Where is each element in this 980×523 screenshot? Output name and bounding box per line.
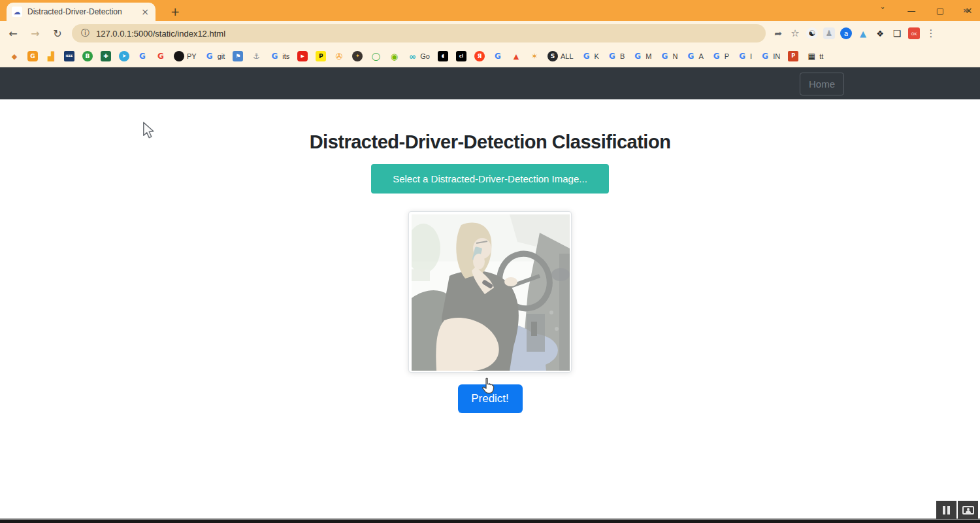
bookmark-label: P bbox=[725, 52, 729, 60]
ieee-bookmark[interactable]: IEEE bbox=[64, 51, 74, 61]
bookmark-favicon-icon: ▦ bbox=[806, 51, 817, 61]
ppt-red-bookmark[interactable]: P bbox=[788, 51, 798, 61]
picture-in-picture-button[interactable] bbox=[958, 501, 978, 519]
analytics-bars-bookmark[interactable]: ▟ bbox=[46, 51, 56, 61]
bookmark-favicon-icon: G bbox=[737, 51, 747, 61]
bookmark-label: B bbox=[620, 52, 625, 60]
bus-tt-bookmark[interactable]: ▦ tt bbox=[806, 51, 823, 61]
bookmark-favicon-icon: ◆ bbox=[9, 51, 20, 61]
matlab-bookmark[interactable]: ▲ bbox=[511, 51, 521, 61]
bookmark-favicon-icon: G bbox=[137, 51, 148, 61]
pause-button[interactable] bbox=[936, 501, 956, 519]
google-n-bookmark[interactable]: G N bbox=[659, 51, 678, 61]
url-text[interactable]: 127.0.0.1:5000/static/index12.html bbox=[96, 29, 225, 39]
yellow-p-bookmark[interactable]: P bbox=[316, 51, 326, 61]
google-a-bookmark[interactable]: G A bbox=[685, 51, 703, 61]
google-bookmark-1[interactable]: G bbox=[137, 51, 148, 61]
bookmark-label: ALL bbox=[561, 52, 574, 60]
bookmark-label: M bbox=[645, 52, 651, 60]
yandex-bookmark[interactable]: Я bbox=[474, 51, 485, 61]
anchor-tool-bookmark[interactable]: ⚓ bbox=[251, 51, 261, 61]
github-py-bookmark[interactable]: PY bbox=[174, 51, 197, 61]
bookmark-favicon-icon: ✚ bbox=[101, 51, 111, 61]
green-ring-bookmark[interactable]: ◯ bbox=[370, 51, 381, 61]
google-bookmark-2[interactable]: G bbox=[155, 51, 166, 61]
window-minimize-button[interactable]: — bbox=[906, 6, 917, 16]
youtube-bookmark[interactable]: ▶ bbox=[297, 51, 308, 61]
back-button[interactable]: ← bbox=[4, 24, 22, 42]
google-in-bookmark[interactable]: G IN bbox=[760, 51, 780, 61]
blue-flag-bookmark[interactable]: ⚑ bbox=[233, 51, 243, 61]
google-i-bookmark[interactable]: G I bbox=[737, 51, 752, 61]
predict-button[interactable]: Predict! bbox=[458, 384, 523, 413]
refresh-button[interactable]: ↻ bbox=[48, 24, 67, 42]
page-navbar: Home bbox=[0, 67, 980, 99]
new-tab-button[interactable]: + bbox=[167, 4, 183, 20]
extensions-puzzle-icon[interactable]: ❖ bbox=[874, 27, 886, 39]
bookmark-favicon-icon: G bbox=[711, 51, 722, 61]
bookmark-favicon-icon: G bbox=[760, 51, 770, 61]
sidebar-panel-icon[interactable]: ❏ bbox=[891, 27, 903, 39]
google-p-bookmark[interactable]: G P bbox=[711, 51, 729, 61]
bookmark-label: A bbox=[698, 52, 703, 60]
green-b-bookmark[interactable]: B bbox=[82, 51, 93, 61]
pause-icon bbox=[943, 506, 945, 515]
google-b-bookmark[interactable]: G B bbox=[607, 51, 625, 61]
bird-black-bookmark[interactable]: ◖ bbox=[438, 51, 448, 61]
dark-cart-bookmark[interactable]: ✦ bbox=[352, 51, 363, 61]
panda-extension-icon[interactable]: ☯ bbox=[806, 27, 818, 39]
toolbar-extensions-area: ➦ ☆ ☯ ♟ a ▲ ❖ ❏ OK ⋮ bbox=[772, 27, 937, 39]
red-badge-extension-icon[interactable]: OK bbox=[908, 27, 920, 39]
bookmark-star-icon[interactable]: ☆ bbox=[789, 27, 801, 39]
bookmark-favicon-icon: G bbox=[581, 51, 592, 61]
bookmark-favicon-icon: G bbox=[493, 51, 503, 61]
bookmark-favicon-icon bbox=[174, 51, 184, 61]
menu-kebab-icon[interactable]: ⋮ bbox=[925, 27, 937, 39]
bookmark-label: N bbox=[672, 52, 678, 60]
bookmark-favicon-icon: cl bbox=[456, 51, 466, 61]
video-overlay-controls bbox=[936, 501, 978, 519]
tab-search-chevron-icon[interactable]: ˅ bbox=[877, 6, 889, 16]
orange-g-app-bookmark[interactable]: G bbox=[27, 51, 38, 61]
tab-title: Distracted-Driver-Detection bbox=[27, 7, 135, 16]
site-info-icon[interactable]: ⓘ bbox=[81, 27, 90, 39]
orange-hand-bookmark[interactable]: ✶ bbox=[529, 51, 540, 61]
camera-reel-bookmark[interactable]: ✇ bbox=[334, 51, 344, 61]
forward-button[interactable]: → bbox=[26, 24, 44, 42]
orange-diamond-bookmark[interactable]: ◆ bbox=[9, 51, 20, 61]
browser-tab[interactable]: ☁ Distracted-Driver-Detection × bbox=[7, 3, 155, 21]
google-bookmark-3[interactable]: G bbox=[493, 51, 503, 61]
window-maximize-button[interactable]: ▢ bbox=[934, 6, 946, 16]
browser-toolbar: ← → ↻ ⓘ 127.0.0.1:5000/static/index12.ht… bbox=[0, 21, 980, 46]
bookmark-favicon-icon: ✶ bbox=[529, 51, 540, 61]
bookmark-favicon-icon: G bbox=[607, 51, 617, 61]
craigslist-bookmark[interactable]: cl bbox=[456, 51, 466, 61]
godaddy-go-bookmark[interactable]: ∞ Go bbox=[407, 51, 430, 61]
bookmark-label: PY bbox=[187, 52, 197, 60]
green-cross-bookmark[interactable]: ✚ bbox=[101, 51, 111, 61]
select-image-button[interactable]: Select a Distracted-Driver-Detection Ima… bbox=[371, 164, 609, 194]
telegram-bookmark[interactable]: ➤ bbox=[119, 51, 129, 61]
person-extension-icon[interactable]: ♟ bbox=[823, 27, 835, 39]
home-button[interactable]: Home bbox=[800, 73, 844, 95]
bookmark-label: I bbox=[750, 52, 752, 60]
bottom-edge-bar bbox=[0, 518, 980, 523]
tab-close-icon[interactable]: × bbox=[140, 7, 150, 17]
google-k-bookmark[interactable]: G K bbox=[581, 51, 599, 61]
s-circle-all-bookmark[interactable]: S ALL bbox=[547, 51, 574, 61]
google-m-bookmark[interactable]: G M bbox=[632, 51, 651, 61]
a-letter-extension-icon[interactable]: a bbox=[840, 27, 852, 39]
share-icon[interactable]: ➦ bbox=[772, 27, 784, 39]
bookmark-favicon-icon: S bbox=[547, 51, 558, 61]
nvidia-eye-bookmark[interactable]: ◉ bbox=[389, 51, 399, 61]
bookmark-label: K bbox=[595, 52, 599, 60]
bookmark-favicon-icon: P bbox=[788, 51, 798, 61]
driver-photo bbox=[412, 214, 570, 371]
fountain-chart-extension-icon[interactable]: ▲ bbox=[857, 27, 869, 39]
bookmarks-bar: ◆ G ▟ IEEE B ✚ ➤ G bbox=[0, 46, 980, 67]
address-bar[interactable]: ⓘ 127.0.0.1:5000/static/index12.html bbox=[72, 24, 766, 42]
bookmarks-overflow-chevron[interactable]: » bbox=[963, 5, 968, 15]
bookmark-favicon-icon: ✦ bbox=[352, 51, 363, 61]
google-its-bookmark[interactable]: G its bbox=[269, 51, 289, 61]
google-git-bookmark[interactable]: G git bbox=[204, 51, 225, 61]
